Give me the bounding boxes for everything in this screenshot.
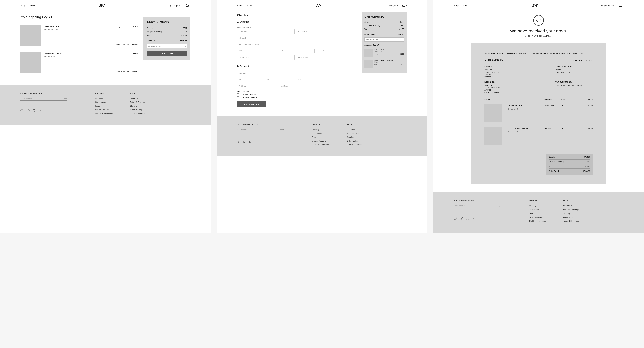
footer-link[interactable]: Shipping: [130, 105, 145, 107]
facebook-icon[interactable]: f: [237, 140, 240, 143]
footer-link[interactable]: Store Locator: [312, 132, 329, 134]
footer-link[interactable]: Our Story: [528, 205, 546, 207]
qty-plus[interactable]: +: [121, 25, 124, 29]
qty-plus[interactable]: +: [121, 52, 124, 56]
card-number-input[interactable]: [237, 71, 319, 75]
bag-button[interactable]: 2: [619, 4, 624, 7]
remove-item[interactable]: Remove: [131, 71, 138, 73]
bag-button[interactable]: 2: [402, 4, 407, 7]
nav-about[interactable]: About: [30, 4, 36, 7]
card-first-name-input[interactable]: [237, 84, 277, 88]
footer-link[interactable]: Store Locator: [528, 209, 546, 211]
radio-different-address[interactable]: Use a different address: [237, 96, 354, 98]
arrow-icon[interactable]: [280, 129, 284, 130]
phone-input[interactable]: [297, 55, 354, 60]
qty-minus[interactable]: −: [114, 25, 118, 29]
bag-count: 2: [189, 4, 190, 7]
arrow-icon[interactable]: [64, 97, 67, 99]
footer-link[interactable]: Contact us: [563, 205, 578, 207]
last-name-input[interactable]: [297, 29, 354, 34]
footer-link[interactable]: Our Story: [312, 128, 329, 131]
instagram-icon[interactable]: ◻: [250, 140, 252, 143]
footer-link[interactable]: Order Tracking: [347, 140, 362, 142]
mailing-email-input[interactable]: [454, 205, 497, 207]
address1-input[interactable]: [237, 36, 354, 40]
exp-month-input[interactable]: [237, 77, 263, 82]
logo[interactable]: JW: [99, 3, 104, 8]
bag-icon: [619, 4, 622, 6]
move-to-wishlist[interactable]: Move to Wishlist: [116, 71, 128, 73]
footer-link[interactable]: Our Story: [95, 97, 112, 99]
footer-link[interactable]: Contact us: [347, 128, 362, 131]
shipping-address-label: Shipping Address: [237, 26, 354, 28]
twitter-icon[interactable]: ✈: [256, 140, 258, 143]
footer-link[interactable]: Shipping: [563, 212, 578, 215]
first-name-input[interactable]: [237, 29, 295, 34]
footer-link[interactable]: Shipping: [347, 136, 362, 138]
zip-input[interactable]: [316, 48, 354, 53]
promo-input[interactable]: [364, 37, 404, 41]
instagram-icon[interactable]: ◻: [33, 109, 36, 112]
mailing-email-input[interactable]: [237, 128, 280, 131]
footer-link[interactable]: Terms & Conditions: [130, 113, 145, 115]
nav-about[interactable]: About: [463, 4, 469, 7]
instagram-icon[interactable]: ◻: [466, 217, 469, 220]
pinterest-icon[interactable]: p: [460, 217, 463, 220]
footer-link[interactable]: Investor Relations: [528, 216, 546, 218]
footer-link[interactable]: Press: [312, 136, 329, 138]
footer-link[interactable]: Return & Exchange: [130, 101, 145, 103]
qty-minus[interactable]: −: [114, 52, 118, 56]
footer-link[interactable]: Press: [528, 212, 546, 215]
footer-link[interactable]: COVID-19 Information: [312, 144, 329, 146]
footer-link[interactable]: Order Tracking: [563, 216, 578, 218]
footer-link[interactable]: Return & Exchange: [563, 209, 578, 211]
footer-link[interactable]: Press: [95, 105, 112, 107]
pinterest-icon[interactable]: p: [243, 140, 246, 143]
footer-link[interactable]: Store Locator: [95, 101, 112, 103]
login-link[interactable]: Login/Register: [385, 4, 398, 7]
login-link[interactable]: Login/Register: [601, 4, 614, 7]
footer-link[interactable]: Investor Relations: [312, 140, 329, 142]
state-input[interactable]: [277, 48, 314, 53]
nav-shop[interactable]: Shop: [237, 4, 242, 7]
logo[interactable]: JW: [532, 3, 538, 8]
nav-shop[interactable]: Shop: [454, 4, 458, 7]
arrow-icon[interactable]: [497, 205, 500, 207]
promo-input[interactable]: [147, 44, 183, 48]
total-value: $718.60: [180, 39, 187, 41]
pinterest-icon[interactable]: p: [27, 109, 30, 112]
facebook-icon[interactable]: f: [454, 217, 457, 220]
footer-link[interactable]: Investor Relations: [95, 109, 112, 111]
nav-shop[interactable]: Shop: [20, 4, 25, 7]
login-link[interactable]: Login/Register: [168, 4, 181, 7]
checkout-button[interactable]: CHECK OUT: [147, 51, 187, 56]
logo[interactable]: JW: [316, 3, 321, 8]
twitter-icon[interactable]: ✈: [472, 217, 475, 220]
twitter-icon[interactable]: ✈: [39, 109, 42, 112]
promo-apply-button[interactable]: [183, 44, 187, 48]
address2-input[interactable]: [237, 42, 354, 47]
footer-link[interactable]: Return & Exchange: [347, 132, 362, 134]
mailing-email-input[interactable]: [20, 97, 64, 100]
quantity-stepper[interactable]: − 1 +: [114, 52, 124, 56]
footer-link[interactable]: Terms & Conditions: [347, 144, 362, 146]
footer-link[interactable]: Contact us: [130, 97, 145, 99]
footer-link[interactable]: COVID-19 Information: [528, 220, 546, 222]
move-to-wishlist[interactable]: Move to Wishlist: [116, 44, 128, 46]
card-last-name-input[interactable]: [279, 84, 319, 88]
footer-link[interactable]: COVID-19 Information: [95, 113, 112, 115]
footer-link[interactable]: Terms & Conditions: [563, 220, 578, 222]
bag-head: Shopping Bag (2): [364, 44, 404, 47]
facebook-icon[interactable]: f: [20, 109, 24, 112]
radio-use-shipping[interactable]: Use shipping address: [237, 93, 354, 95]
remove-item[interactable]: Remove: [131, 44, 138, 46]
place-order-button[interactable]: PLACE ORDER: [237, 101, 266, 107]
exp-year-input[interactable]: [265, 77, 291, 82]
cvv-input[interactable]: [293, 77, 319, 82]
city-input[interactable]: [237, 48, 275, 53]
quantity-stepper[interactable]: − 1 +: [114, 25, 124, 29]
email-input[interactable]: [237, 55, 295, 60]
bag-button[interactable]: 2: [186, 4, 190, 7]
footer-link[interactable]: Order Tracking: [130, 109, 145, 111]
nav-about[interactable]: About: [246, 4, 252, 7]
